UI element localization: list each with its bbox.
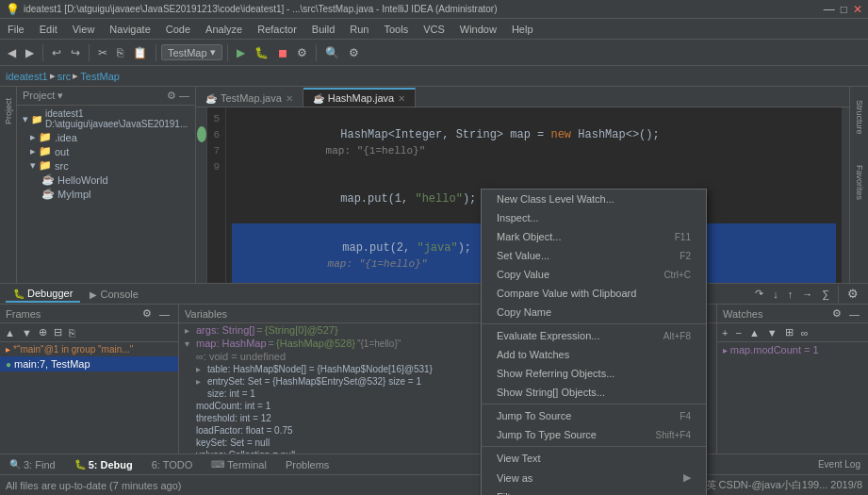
menu-refactor[interactable]: Refactor <box>250 19 304 39</box>
ctx-mark-object[interactable]: Mark Object... F11 <box>482 227 706 246</box>
ctx-inspect[interactable]: Inspect... <box>482 208 706 227</box>
frame-filter-btn[interactable]: ⊟ <box>51 325 65 339</box>
frames-close-btn[interactable]: — <box>156 306 172 321</box>
menu-run[interactable]: Run <box>342 19 376 39</box>
ctx-compare-clipboard[interactable]: Compare Value with Clipboard <box>482 284 706 303</box>
debug-bottom-tab[interactable]: 🐛 5: Debug <box>65 457 142 472</box>
ctx-jump-source[interactable]: Jump To Source F4 <box>482 406 706 425</box>
menu-navigate[interactable]: Navigate <box>102 19 157 39</box>
close-btn[interactable]: ✕ <box>853 3 862 16</box>
project-close-icon[interactable]: — <box>179 90 189 102</box>
ctx-copy-value[interactable]: Copy Value Ctrl+C <box>482 265 706 284</box>
paste-btn[interactable]: 📋 <box>129 44 151 61</box>
ctx-evaluate-shortcut: Alt+F8 <box>663 331 691 341</box>
menu-vcs[interactable]: VCS <box>416 19 452 39</box>
search-everywhere-btn[interactable]: 🔍 <box>321 44 343 61</box>
sidebar-tab-project[interactable]: Project <box>2 92 15 130</box>
frame-up-btn[interactable]: ▲ <box>2 325 18 339</box>
problems-tab[interactable]: Problems <box>276 457 338 472</box>
structure-tab[interactable]: Structure <box>853 96 866 139</box>
frame-item-main[interactable]: ● main:7, TestMap <box>0 356 178 371</box>
evaluate-btn[interactable]: ∑ <box>818 287 833 302</box>
undo-btn[interactable]: ↩ <box>48 44 65 61</box>
todo-tab[interactable]: 6: TODO <box>142 457 203 472</box>
build-btn[interactable]: ⚙ <box>293 44 311 61</box>
watches-close-btn[interactable]: — <box>846 306 862 321</box>
ctx-show-referring[interactable]: Show Referring Objects... <box>482 364 706 383</box>
tree-helloworld[interactable]: ☕ HelloWorld <box>19 173 193 187</box>
frame-dn-btn[interactable]: ▼ <box>19 325 35 339</box>
cut-btn[interactable]: ✂ <box>94 44 111 61</box>
minimize-btn[interactable]: — <box>824 3 835 16</box>
tree-root[interactable]: ▾ 📁 ideatest1 D:\atguigu\javaee\JavaSE20… <box>19 107 193 130</box>
menu-build[interactable]: Build <box>304 19 342 39</box>
ctx-view-as[interactable]: View as ▶ <box>482 468 706 487</box>
window-controls[interactable]: — □ ✕ <box>824 3 862 16</box>
ctx-filter[interactable]: Filter... <box>482 487 706 495</box>
editor-tab-testmap[interactable]: ☕ TestMap.java ✕ <box>196 90 303 107</box>
terminal-tab[interactable]: ⌨ Terminal <box>202 457 276 472</box>
stop-btn[interactable]: ◼ <box>274 44 291 61</box>
ctx-evaluate[interactable]: Evaluate Expression... Alt+F8 <box>482 326 706 345</box>
frames-settings-btn[interactable]: ⚙ <box>139 306 155 321</box>
step-over-btn[interactable]: ↷ <box>751 286 767 302</box>
menu-help[interactable]: Help <box>504 19 541 39</box>
remove-watch-btn[interactable]: − <box>732 326 744 339</box>
menu-view[interactable]: View <box>65 19 103 39</box>
dn-watch-btn[interactable]: ▼ <box>764 326 780 339</box>
inf-watch-btn[interactable]: ∞ <box>798 326 811 339</box>
ctx-show-string[interactable]: Show String[] Objects... <box>482 383 706 402</box>
up-watch-btn[interactable]: ▲ <box>746 326 762 339</box>
menu-analyze[interactable]: Analyze <box>198 19 250 39</box>
ctx-set-value[interactable]: Set Value... F2 <box>482 246 706 265</box>
project-settings-icon[interactable]: ⚙ <box>167 90 176 102</box>
path-testmap[interactable]: TestMap <box>80 71 120 82</box>
editor-tab-hashmap[interactable]: ☕ HashMap.java ✕ <box>303 88 416 107</box>
debugger-label: Debugger <box>27 288 73 299</box>
console-tab[interactable]: ▶ Console <box>82 287 145 302</box>
run-config-selector[interactable]: TestMap ▾ <box>161 44 222 60</box>
ctx-jump-type-source[interactable]: Jump To Type Source Shift+F4 <box>482 425 706 444</box>
tree-out[interactable]: ▸ 📁 out <box>19 144 193 158</box>
add-watch-btn[interactable]: + <box>719 326 730 339</box>
forward-btn[interactable]: ▶ <box>22 44 38 61</box>
tree-idea[interactable]: ▸ 📁 .idea <box>19 130 193 144</box>
frame-get-btn[interactable]: ⊕ <box>36 325 50 339</box>
ctx-view-text[interactable]: View Text <box>482 449 706 468</box>
run-cursor-btn[interactable]: → <box>798 287 816 302</box>
debug-btn[interactable]: 🐛 <box>251 44 272 61</box>
hashmap-tab-close[interactable]: ✕ <box>398 93 405 104</box>
frame-copy-btn[interactable]: ⎘ <box>66 325 78 339</box>
thread-item[interactable]: ▸ *"main"@1 in group "main..." <box>0 342 178 356</box>
menu-window[interactable]: Window <box>452 19 504 39</box>
run-btn[interactable]: ▶ <box>233 44 249 61</box>
copy-watch-btn[interactable]: ⊞ <box>782 325 796 339</box>
ctx-new-class-level-watch[interactable]: New Class Level Watch... <box>482 190 706 208</box>
ctx-add-watches[interactable]: Add to Watches <box>482 345 706 364</box>
path-src[interactable]: src <box>57 71 72 82</box>
watches-controls: ⚙ — <box>829 306 862 321</box>
settings-btn[interactable]: ⚙ <box>345 44 363 61</box>
redo-btn[interactable]: ↪ <box>67 44 84 61</box>
ctx-copy-name[interactable]: Copy Name <box>482 303 706 322</box>
path-project[interactable]: ideatest1 <box>6 71 48 82</box>
favorites-tab[interactable]: Favorites <box>853 161 866 204</box>
back-btn[interactable]: ◀ <box>4 44 20 61</box>
menu-tools[interactable]: Tools <box>376 19 416 39</box>
event-log-btn[interactable]: Event Log <box>811 459 868 470</box>
menu-code[interactable]: Code <box>158 19 198 39</box>
step-out-btn[interactable]: ↑ <box>784 287 797 302</box>
step-into-btn[interactable]: ↓ <box>769 287 782 302</box>
debugger-tab[interactable]: 🐛 Debugger <box>6 286 80 303</box>
debug-settings-btn[interactable]: ⚙ <box>843 285 862 303</box>
copy-btn[interactable]: ⎘ <box>113 44 127 61</box>
menu-edit[interactable]: Edit <box>32 19 65 39</box>
testmap-tab-close[interactable]: ✕ <box>286 93 293 104</box>
tree-src[interactable]: ▾ 📁 src <box>19 158 193 173</box>
tree-myimpl[interactable]: ☕ MyImpl <box>19 187 193 201</box>
watches-settings-btn[interactable]: ⚙ <box>829 306 844 321</box>
watch-entry-1[interactable]: ▸ map.modCount = 1 <box>717 342 868 357</box>
menu-file[interactable]: File <box>0 19 32 39</box>
maximize-btn[interactable]: □ <box>841 3 847 16</box>
find-tab[interactable]: 🔍 3: Find <box>0 457 65 472</box>
